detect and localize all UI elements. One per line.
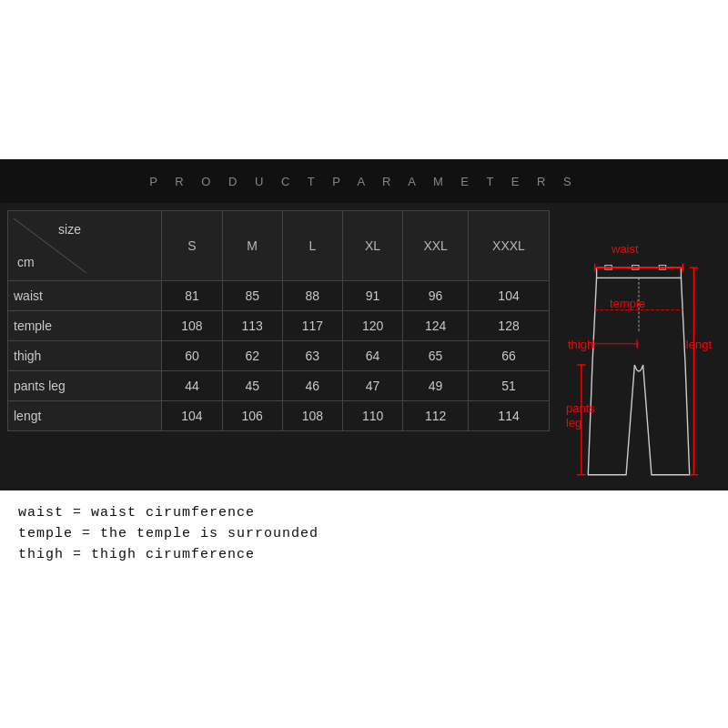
row-label-pants-leg: pants leg	[8, 371, 162, 401]
header-title: P R O D U C T P A R A M E T E R S	[149, 175, 578, 188]
main-content: size cm S M L XL XXL XXXL waist 81 85 88…	[0, 203, 728, 490]
col-l: L	[282, 211, 342, 281]
size-cm-cell: size cm	[8, 211, 162, 281]
table-row-pants-leg: pants leg 44 45 46 47 49 51	[8, 371, 550, 401]
table-row-lengt: lengt 104 106 108 110 112 114	[8, 401, 550, 431]
diagram-label-waist: waist	[612, 242, 639, 256]
col-m: M	[222, 211, 282, 281]
top-white-space	[0, 0, 728, 159]
legend-line3: thigh = thigh cirumference	[18, 547, 710, 562]
size-table: size cm S M L XL XXL XXXL waist 81 85 88…	[7, 210, 550, 431]
col-xxxl: XXXL	[469, 211, 550, 281]
legend-line2: temple = the temple is surrounded	[18, 526, 710, 541]
col-xxl: XXL	[403, 211, 469, 281]
cm-label: cm	[17, 255, 35, 269]
row-label-lengt: lengt	[8, 401, 162, 431]
col-xl: XL	[342, 211, 402, 281]
pants-diagram: waist	[566, 247, 712, 483]
col-s: S	[162, 211, 222, 281]
diagram-label-temple: temple	[610, 297, 645, 310]
table-row-temple: temple 108 113 117 120 124 128	[8, 311, 550, 341]
legend-line1: waist = waist cirumference	[18, 505, 710, 521]
diagram-section: waist	[557, 210, 721, 483]
row-label-temple: temple	[8, 311, 162, 341]
row-label-thigh: thigh	[8, 341, 162, 371]
table-row-thigh: thigh 60 62 63 64 65 66	[8, 341, 550, 371]
table-section: size cm S M L XL XXL XXXL waist 81 85 88…	[7, 210, 550, 483]
diagram-label-thigh: thigh	[568, 338, 593, 351]
row-label-waist: waist	[8, 281, 162, 311]
size-label: size	[58, 222, 81, 237]
diagram-label-lengt: lengt	[686, 338, 712, 351]
table-header-row: size cm S M L XL XXL XXXL	[8, 211, 550, 281]
pants-svg	[566, 247, 712, 483]
diagram-label-pants-leg: pantsleg	[566, 401, 595, 430]
bottom-section: waist = waist cirumference temple = the …	[0, 490, 728, 582]
table-row-waist: waist 81 85 88 91 96 104	[8, 281, 550, 311]
header-bar: P R O D U C T P A R A M E T E R S	[0, 159, 728, 203]
